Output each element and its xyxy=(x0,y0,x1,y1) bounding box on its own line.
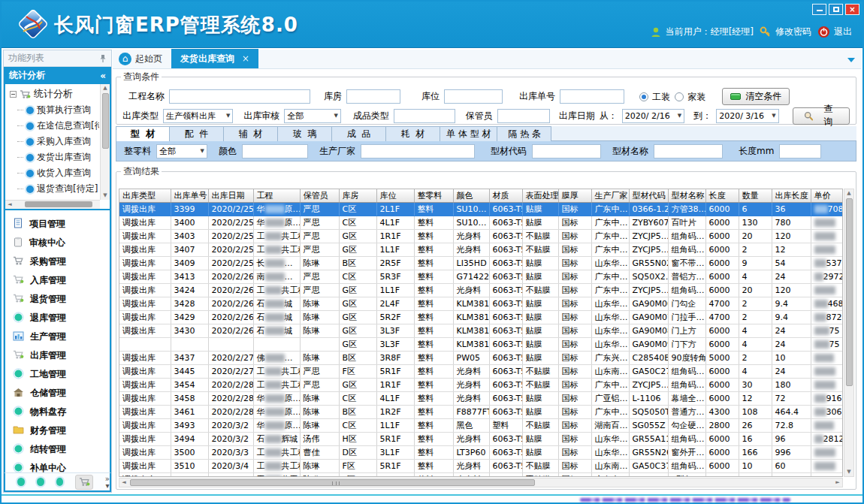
pin-icon[interactable] xyxy=(99,54,107,63)
radio-jiazhuang[interactable]: 家装 xyxy=(675,89,705,104)
column-header-14[interactable]: 型材名称 xyxy=(668,189,705,202)
tree-item-4[interactable]: 收货入库查询 xyxy=(7,165,99,181)
column-header-9[interactable]: 材质 xyxy=(489,189,522,202)
table-row[interactable]: 调拨出库34452020/2/27工共工程严思F区5R1F整料光身料6063-T… xyxy=(119,364,843,378)
color-input[interactable] xyxy=(242,144,308,158)
column-header-11[interactable]: 膜厚 xyxy=(558,189,591,202)
radio-unselected-icon[interactable] xyxy=(675,92,684,101)
table-row[interactable]: 调拨出库34132020/2/26南…严思C区5R3F整料G714226063-… xyxy=(119,270,843,283)
material-tab-5[interactable]: 耗 材 xyxy=(386,126,440,141)
scroll-down-icon[interactable]: ▼ xyxy=(844,468,853,476)
table-row[interactable]: 调拨出库34072020/2/25工共工程严思G区1L1F整料光身料6063-T… xyxy=(119,243,843,256)
column-header-4[interactable]: 保管员 xyxy=(300,189,339,202)
column-header-2[interactable]: 出库日期 xyxy=(208,189,253,202)
scrollbar-thumb[interactable] xyxy=(102,93,109,149)
module-dot-icon[interactable] xyxy=(17,478,25,486)
column-header-1[interactable]: 出库单号 xyxy=(171,189,208,202)
scroll-left-icon[interactable]: ◄ xyxy=(119,478,128,487)
sidebar-item-9[interactable]: 仓储管理 xyxy=(5,384,110,403)
scroll-right-icon[interactable]: ► xyxy=(833,478,842,487)
tree-item-3[interactable]: 发货出库查询 xyxy=(7,149,99,165)
tree-horizontal-scrollbar[interactable]: ◄ ► xyxy=(5,200,100,209)
order-no-input[interactable] xyxy=(560,89,624,104)
column-header-3[interactable]: 工程 xyxy=(253,189,300,202)
tree-root-statistics[interactable]: 统计分析 xyxy=(7,86,99,102)
material-tab-3[interactable]: 玻 璃 xyxy=(278,126,332,141)
tab-home[interactable]: ⌂ 起始页 xyxy=(113,49,171,68)
tree-item-1[interactable]: 在途信息查询[待 xyxy=(7,118,99,134)
sidebar-item-2[interactable]: 采购管理 xyxy=(5,252,110,271)
tab-overflow-caret-icon[interactable] xyxy=(847,58,855,62)
table-row[interactable]: G区3L3F整料KLM38176063-T5贴膜国标山东华…GA90M09.门下… xyxy=(119,337,843,351)
sidebar-item-3[interactable]: 入库管理 xyxy=(5,271,110,290)
date-to-picker[interactable]: 2020/ 3/16▼ xyxy=(716,109,778,123)
table-row[interactable]: 调拨出库35122020/3/4工共工程陈琳F区1L2F整料光身料6063-T5… xyxy=(119,472,843,477)
sidebar-item-1[interactable]: 审核中心 xyxy=(5,234,110,252)
column-header-13[interactable]: 型材代码 xyxy=(629,189,668,202)
sidebar-section-statistics[interactable]: 统计分析 « xyxy=(4,67,111,84)
module-dot-icon[interactable] xyxy=(37,478,44,486)
column-header-12[interactable]: 生产厂家 xyxy=(591,189,629,202)
manufacturer-input[interactable] xyxy=(361,144,475,158)
cart-module-button[interactable] xyxy=(75,475,92,490)
column-header-18[interactable]: 单价 xyxy=(811,189,843,202)
keeper-input[interactable] xyxy=(497,109,550,123)
out-type-select[interactable]: 生产领料出库▼ xyxy=(163,109,233,123)
tree-item-0[interactable]: 预算执行查询 xyxy=(7,102,99,118)
column-header-17[interactable]: 出库长度 xyxy=(772,189,811,202)
radio-selected-icon[interactable] xyxy=(639,92,648,101)
sidebar-item-10[interactable]: 物料盘存 xyxy=(5,403,110,421)
table-row[interactable]: 调拨出库34032020/2/25工共工程严思G区1R1F整料光身料6063-T… xyxy=(119,229,843,243)
column-header-10[interactable]: 表面处理 xyxy=(522,189,558,202)
logout-button[interactable]: 退出 xyxy=(817,26,852,38)
minimize-button[interactable] xyxy=(812,4,826,15)
table-row[interactable]: 调拨出库35002020/3/3工共工程曹佳D区3L1F整料LT3P606063… xyxy=(119,445,843,459)
date-from-picker[interactable]: 2020/ 2/16▼ xyxy=(622,109,684,123)
table-row[interactable]: 调拨出库34302020/2/26石城陈琳G区3L3F整料KLM38176063… xyxy=(119,324,843,337)
sidebar-item-13[interactable]: 补单中心 xyxy=(5,459,110,472)
tree-item-2[interactable]: 采购入库查询 xyxy=(7,134,99,149)
column-header-8[interactable]: 颜色 xyxy=(453,189,489,202)
table-row[interactable]: 调拨出库34582020/2/28华原…陈琳C区4L1F整料光身料6063-T5… xyxy=(119,391,843,405)
column-header-15[interactable]: 长度 xyxy=(705,189,739,202)
collapse-icon[interactable]: « xyxy=(100,71,106,81)
radio-gongzhuang[interactable]: 工装 xyxy=(639,89,670,104)
column-header-0[interactable]: 出库类型 xyxy=(119,189,171,202)
results-vertical-scrollbar[interactable]: ▲ ▼ xyxy=(844,189,854,477)
table-row[interactable]: 调拨出库34002020/2/25华原…严思C区4L1F整料SU10…6063-… xyxy=(119,216,843,229)
tab-shipment-outbound-query[interactable]: 发货出库查询 × xyxy=(171,49,258,68)
location-input[interactable] xyxy=(444,89,503,104)
material-tab-0[interactable]: 型 材 xyxy=(116,126,170,141)
table-row[interactable]: 调拨出库34932020/3/2华原…陈琳C区1L1F整料黑色塑料不贴膜国标湖南… xyxy=(119,418,843,432)
warehouse-input[interactable] xyxy=(346,89,400,104)
scroll-up-icon[interactable]: ▲ xyxy=(844,189,853,198)
length-input[interactable] xyxy=(779,144,821,158)
material-tab-1[interactable]: 配 件 xyxy=(170,126,224,141)
tree-vertical-scrollbar[interactable]: ▲ ▼ xyxy=(100,84,110,200)
change-password-button[interactable]: 修改密码 xyxy=(760,26,811,38)
table-row[interactable]: 调拨出库34092020/2/25长…陈琳B区2R5F整料LI35HD6063-… xyxy=(119,256,843,270)
tab-close-icon[interactable]: × xyxy=(242,53,249,64)
results-horizontal-scrollbar[interactable]: ◄ ► xyxy=(119,478,843,487)
sidebar-item-0[interactable]: 项目管理 xyxy=(5,215,110,234)
sidebar-item-12[interactable]: 结转管理 xyxy=(5,440,110,459)
scrollbar-thumb[interactable] xyxy=(25,201,92,207)
profile-name-input[interactable] xyxy=(654,144,723,158)
table-row[interactable]: 调拨出库34612020/2/28华原…陈琳B区1R2F整料F8877FT606… xyxy=(119,405,843,418)
table-row[interactable]: 调拨出库34942020/3/2石辉城汤伟H区5R1F整料光身料6063-T5贴… xyxy=(119,432,843,445)
table-row[interactable]: 调拨出库35102020/3/4工共工程陈琳F区5R1F整料光身料6063-T5… xyxy=(119,459,843,472)
sidebar-item-5[interactable]: 退库管理 xyxy=(5,309,110,327)
material-tab-2[interactable]: 辅 材 xyxy=(224,126,278,141)
table-row[interactable]: 调拨出库34282020/2/26石城陈琳G区2L4F整料KLM38176063… xyxy=(119,297,843,310)
search-button[interactable]: 查 询 xyxy=(793,107,850,125)
tree-expander-icon[interactable] xyxy=(10,91,17,98)
column-header-7[interactable]: 整零料 xyxy=(414,189,453,202)
table-row[interactable]: 调拨出库33992020/2/25华原…严思C区2L1F整料SU10…6063-… xyxy=(119,202,843,216)
material-tab-7[interactable]: 隔 热 条 xyxy=(497,126,551,141)
sidebar-item-6[interactable]: 生产管理 xyxy=(5,327,110,346)
scrollbar-thumb[interactable] xyxy=(846,198,853,386)
close-button[interactable]: × xyxy=(845,4,859,15)
table-row[interactable]: 调拨出库34372020/2/27佛…陈琳B区3R8F整料PW056063-T5… xyxy=(119,351,843,364)
sidebar-item-11[interactable]: 财务管理 xyxy=(5,421,110,440)
scroll-up-icon[interactable]: ▲ xyxy=(101,84,110,92)
